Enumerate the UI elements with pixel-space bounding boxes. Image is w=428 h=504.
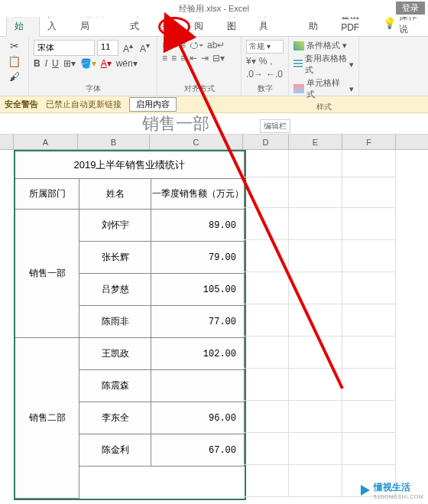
watermark: 懂视生活 51DONGSHI.COM	[360, 481, 423, 499]
percent-icon[interactable]: %	[259, 56, 268, 67]
dec-decimal-icon[interactable]: ←.0	[266, 69, 283, 80]
font-group-label: 字体	[34, 83, 152, 94]
increase-font-icon[interactable]: A▴	[121, 40, 135, 56]
header-sales[interactable]: 一季度销售额（万元）	[151, 179, 245, 210]
value-cell[interactable]: 79.00	[151, 242, 245, 274]
header-dept[interactable]: 所属部门	[15, 179, 79, 210]
empty-cells[interactable]	[243, 150, 396, 497]
clipboard-group: ✂ 📋 🖌	[0, 37, 29, 96]
col-header-c[interactable]: C	[150, 135, 243, 149]
conditional-format-button[interactable]: 条件格式▾	[293, 40, 354, 51]
column-headers: A B C D E F	[0, 135, 428, 150]
col-header-b[interactable]: B	[78, 135, 150, 149]
phonetic-button[interactable]: wén▾	[116, 58, 138, 69]
value-cell[interactable]: 105.00	[151, 274, 245, 306]
enable-content-button[interactable]: 启用内容	[129, 97, 177, 112]
name-cell[interactable]: 陈金利	[79, 434, 151, 467]
formula-bar-hint: 编辑栏	[260, 119, 290, 133]
align-right-icon[interactable]: ≡	[180, 53, 186, 63]
format-painter-icon[interactable]: 🖌	[9, 70, 20, 83]
orientation-icon[interactable]: ⭯▾	[190, 40, 203, 50]
ribbon-body: ✂ 📋 🖌 宋体 11 A▴ A▾ B I U ⊞▾ 🪣▾ A▾ wén▾ 字体	[0, 37, 428, 96]
cell-content-display[interactable]: 销售一部	[138, 112, 209, 135]
value-cell[interactable]: 67.00	[151, 434, 245, 467]
style-group: 条件格式▾ 套用表格格式▾ 单元格样式▾ 样式	[289, 37, 359, 96]
data-table: 2019上半年销售业绩统计 所属部门 姓名 一季度销售额（万元） 销售一部 刘怀…	[14, 150, 246, 500]
font-size-select[interactable]: 11	[97, 40, 118, 56]
align-bottom-icon[interactable]: ≡	[180, 40, 186, 50]
cell-style-button[interactable]: 单元格样式▾	[293, 77, 354, 100]
watermark-sub: 51DONGSHI.COM	[374, 494, 423, 499]
number-group: 常规 ▾ ¥▾ % , .0→ ←.0 数字	[242, 37, 289, 96]
dept-cell[interactable]: 销售一部	[15, 210, 79, 338]
select-all-corner[interactable]	[0, 135, 14, 149]
wrap-text-icon[interactable]: ab↵	[207, 40, 225, 50]
style-group-label: 样式	[293, 102, 354, 112]
dept-cell[interactable]: 销售二部	[15, 338, 79, 499]
name-cell[interactable]: 张长辉	[79, 242, 151, 274]
align-middle-icon[interactable]: ≡	[171, 40, 177, 50]
value-cell[interactable]	[151, 370, 245, 402]
indent-inc-icon[interactable]: ⇥	[201, 53, 209, 63]
value-cell[interactable]: 77.00	[151, 306, 245, 338]
name-cell[interactable]: 刘怀宇	[79, 210, 151, 242]
name-cell[interactable]: 陈震森	[79, 370, 151, 402]
fill-color-button[interactable]: 🪣▾	[80, 58, 96, 69]
comma-icon[interactable]: ,	[270, 56, 272, 67]
login-button[interactable]: 登录	[396, 2, 425, 15]
name-cell[interactable]: 陈雨非	[79, 306, 151, 338]
currency-icon[interactable]: ¥▾	[246, 56, 256, 67]
value-cell[interactable]: 96.00	[151, 402, 245, 434]
number-format-select[interactable]: 常规 ▾	[246, 40, 284, 54]
bold-button[interactable]: B	[34, 58, 41, 69]
copy-icon[interactable]: 📋	[8, 55, 21, 67]
col-header-a[interactable]: A	[14, 135, 78, 149]
header-name[interactable]: 姓名	[79, 179, 151, 210]
align-center-icon[interactable]: ≡	[171, 53, 177, 63]
worksheet-area: A B C D E F 2019上半年销售业绩统计 所属部门 姓名 一季度销售额…	[0, 135, 428, 504]
col-header-e[interactable]: E	[289, 135, 342, 149]
table-format-button[interactable]: 套用表格格式▾	[293, 53, 354, 76]
warning-message: 已禁止自动更新链接	[46, 99, 122, 110]
decrease-font-icon[interactable]: A▾	[138, 40, 152, 56]
border-button[interactable]: ⊞▾	[63, 58, 76, 69]
name-cell[interactable]: 李东全	[79, 402, 151, 434]
align-group: ≡ ≡ ≡ ⭯▾ ab↵ ≡ ≡ ≡ ⇤ ⇥ ⊟▾ 对齐方式	[157, 37, 242, 96]
window-title: 经验用.xlsx - Excel	[179, 3, 249, 15]
col-header-f[interactable]: F	[342, 135, 396, 149]
value-cell[interactable]: 102.00	[151, 338, 245, 370]
ribbon-tabs: 开始 插入 页面布局 公式 数据 审阅 视图 开发工具 帮助 金山PDF 💡 操…	[0, 17, 428, 37]
cut-icon[interactable]: ✂	[10, 40, 19, 52]
name-cell[interactable]: 王凯政	[79, 338, 151, 370]
align-group-label: 对齐方式	[162, 83, 236, 94]
watermark-text: 懂视生活	[374, 481, 423, 494]
value-cell[interactable]: 89.00	[151, 210, 245, 242]
indent-dec-icon[interactable]: ⇤	[190, 53, 197, 63]
font-color-button[interactable]: A▾	[101, 58, 112, 69]
font-group: 宋体 11 A▴ A▾ B I U ⊞▾ 🪣▾ A▾ wén▾ 字体	[29, 37, 157, 96]
table-title[interactable]: 2019上半年销售业绩统计	[15, 151, 245, 179]
merge-center-icon[interactable]: ⊟▾	[212, 53, 225, 63]
title-bar: 经验用.xlsx - Excel 登录	[0, 0, 428, 17]
underline-button[interactable]: U	[52, 58, 59, 69]
col-header-d[interactable]: D	[243, 135, 289, 149]
watermark-logo-icon	[361, 485, 370, 496]
inc-decimal-icon[interactable]: .0→	[246, 69, 263, 80]
align-top-icon[interactable]: ≡	[162, 40, 167, 50]
number-group-label: 数字	[246, 83, 284, 94]
italic-button[interactable]: I	[45, 58, 47, 69]
formula-bar: 销售一部	[0, 113, 428, 135]
name-cell[interactable]: 吕梦慈	[79, 274, 151, 306]
bulb-icon: 💡	[383, 17, 396, 29]
align-left-icon[interactable]: ≡	[162, 53, 167, 63]
security-warning-bar: 安全警告 已禁止自动更新链接 启用内容	[0, 96, 428, 113]
warning-label: 安全警告	[5, 99, 38, 110]
font-name-select[interactable]: 宋体	[34, 40, 95, 56]
